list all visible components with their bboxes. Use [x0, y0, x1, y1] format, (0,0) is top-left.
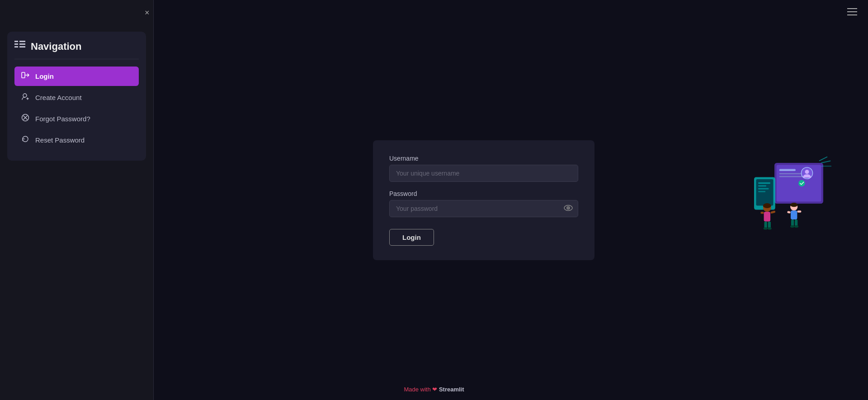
main-content: Username Password Login	[154, 0, 868, 400]
username-input[interactable]	[389, 165, 578, 182]
sidebar-create-account-label: Create Account	[35, 94, 82, 101]
svg-point-21	[798, 180, 805, 186]
svg-point-38	[790, 203, 797, 207]
svg-rect-27	[758, 191, 765, 192]
sidebar-login-label: Login	[35, 72, 54, 80]
svg-rect-31	[760, 212, 764, 214]
sidebar-item-reset-password[interactable]: Reset Password	[14, 130, 139, 150]
svg-rect-4	[19, 43, 25, 45]
sidebar: Navigation Login Create Account	[0, 0, 154, 400]
svg-rect-43	[795, 219, 797, 226]
sidebar-item-create-account[interactable]: Create Account	[14, 88, 139, 107]
svg-point-13	[568, 207, 569, 209]
sidebar-forgot-password-label: Forgot Password?	[35, 115, 90, 123]
svg-point-44	[790, 225, 794, 228]
svg-rect-40	[787, 211, 791, 214]
svg-rect-6	[22, 72, 25, 78]
svg-rect-0	[14, 41, 18, 42]
login-button[interactable]: Login	[389, 229, 434, 246]
svg-rect-32	[770, 210, 776, 214]
hamburger-button[interactable]	[847, 8, 857, 15]
svg-line-46	[819, 157, 827, 161]
svg-rect-18	[779, 176, 804, 177]
hamburger-line-2	[847, 11, 857, 12]
username-group: Username	[389, 155, 578, 182]
sidebar-item-login[interactable]: Login	[14, 67, 139, 86]
password-group: Password	[389, 190, 578, 217]
reset-password-icon	[21, 135, 30, 145]
hamburger-line-1	[847, 8, 857, 9]
hamburger-line-3	[847, 14, 857, 15]
svg-rect-24	[758, 182, 770, 184]
svg-rect-41	[797, 210, 801, 213]
forgot-password-icon	[21, 114, 30, 124]
password-label: Password	[389, 190, 578, 197]
svg-rect-34	[768, 222, 771, 228]
svg-rect-33	[764, 222, 767, 228]
svg-rect-26	[758, 188, 769, 190]
svg-point-29	[763, 203, 771, 208]
footer-prefix: Made with	[404, 386, 432, 393]
login-icon	[21, 71, 30, 81]
svg-point-35	[764, 227, 768, 229]
svg-point-45	[794, 225, 798, 228]
footer-brand: Streamlit	[439, 386, 464, 393]
login-card: Username Password Login	[373, 140, 594, 260]
svg-rect-30	[764, 212, 770, 222]
show-password-icon[interactable]	[564, 204, 573, 213]
create-account-icon	[21, 92, 30, 103]
svg-point-36	[768, 227, 772, 229]
svg-rect-39	[791, 210, 797, 219]
svg-rect-2	[14, 46, 18, 48]
svg-point-7	[23, 94, 27, 97]
svg-rect-3	[19, 41, 25, 42]
footer-heart: ❤	[432, 386, 437, 393]
password-wrapper	[389, 200, 578, 217]
svg-point-20	[805, 170, 809, 174]
svg-rect-42	[791, 219, 794, 226]
svg-rect-25	[758, 186, 766, 187]
username-label: Username	[389, 155, 578, 162]
nav-panel: Navigation Login Create Account	[7, 32, 146, 161]
nav-header-icon	[14, 41, 25, 52]
sidebar-reset-password-label: Reset Password	[35, 136, 85, 144]
password-input[interactable]	[389, 200, 578, 217]
svg-rect-16	[779, 169, 796, 171]
close-button[interactable]: ×	[145, 8, 150, 18]
svg-line-47	[821, 161, 831, 163]
svg-rect-5	[19, 46, 25, 48]
sidebar-item-forgot-password[interactable]: Forgot Password?	[14, 109, 139, 129]
footer: Made with ❤ Streamlit	[404, 386, 464, 393]
illustration	[741, 155, 832, 245]
nav-header: Navigation	[14, 41, 139, 59]
nav-title: Navigation	[31, 41, 81, 52]
svg-rect-1	[14, 43, 18, 45]
